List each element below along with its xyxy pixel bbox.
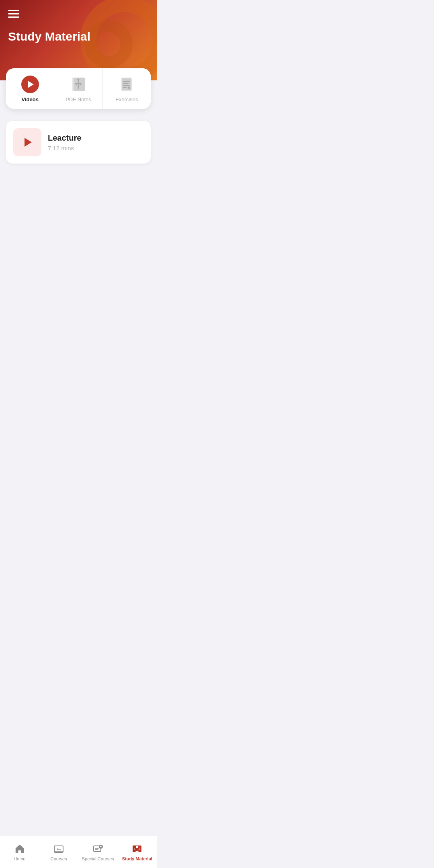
play-icon [25,138,32,147]
tabs-container: Videos PDF Notes [6,68,151,109]
video-title: Leacture [48,133,81,143]
video-item[interactable]: Leacture 7:12 mins [6,121,151,164]
tab-videos-label: Videos [21,96,38,102]
tab-exercises-icon [118,76,135,93]
tab-pdf-notes[interactable]: PDF Notes [54,68,102,109]
menu-button[interactable] [8,10,19,18]
tab-exercises-label: Exercises [115,96,138,102]
video-thumbnail [13,128,41,156]
tab-pdf-icon [70,76,87,93]
video-info: Leacture 7:12 mins [48,133,81,151]
svg-point-6 [77,79,79,81]
tab-videos-icon [21,76,39,93]
page-title: Study Material [8,30,149,43]
content-area: Leacture 7:12 mins [0,109,157,204]
tab-pdf-label: PDF Notes [66,96,91,102]
header-decoration-circle2 [84,20,133,68]
tab-exercises[interactable]: Exercises [103,68,151,109]
video-duration: 7:12 mins [48,145,81,151]
tab-videos[interactable]: Videos [6,68,54,109]
